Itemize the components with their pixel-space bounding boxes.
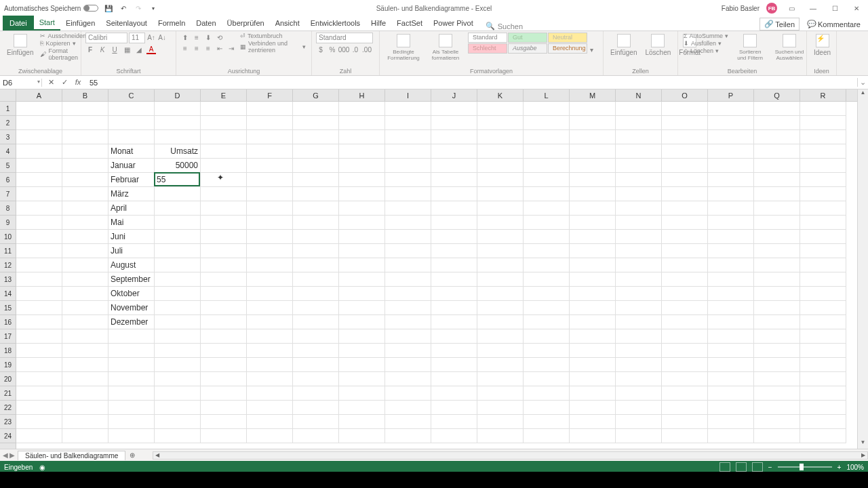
cell[interactable] (477, 415, 524, 429)
cell[interactable] (293, 216, 339, 230)
conditional-format-button[interactable]: Bedingte Formatierung (384, 33, 423, 62)
zoom-out-button[interactable]: − (768, 464, 772, 471)
copy-button[interactable]: ⎘ Kopieren ▾ (39, 40, 87, 47)
cell[interactable] (293, 116, 339, 130)
cell[interactable] (62, 130, 108, 144)
cell[interactable] (293, 358, 339, 372)
cell[interactable] (339, 287, 385, 301)
cell[interactable] (62, 401, 108, 415)
cell[interactable] (16, 315, 62, 329)
cell[interactable] (247, 102, 293, 116)
cell[interactable] (62, 315, 108, 329)
normal-view-button[interactable] (719, 462, 730, 472)
cell[interactable] (616, 386, 662, 401)
decimal-inc-icon[interactable]: .0 (351, 45, 360, 54)
cell[interactable] (431, 230, 477, 244)
cell[interactable]: März (108, 187, 155, 201)
align-center-icon[interactable]: ≡ (192, 43, 201, 53)
cell[interactable] (570, 201, 616, 216)
cell[interactable] (800, 230, 846, 244)
column-header[interactable]: O (662, 89, 708, 101)
cell[interactable] (293, 230, 339, 244)
tab-formeln[interactable]: Formeln (153, 16, 191, 30)
cell[interactable] (431, 415, 477, 429)
cell[interactable] (662, 244, 708, 258)
cell[interactable] (62, 301, 108, 315)
style-berechnung[interactable]: Berechnung (548, 43, 587, 54)
horizontal-scrollbar[interactable]: ◀ ▶ (153, 451, 868, 460)
cell[interactable] (108, 329, 155, 344)
cell[interactable] (708, 401, 754, 415)
row-header[interactable]: 14 (0, 287, 16, 301)
row-header[interactable]: 11 (0, 244, 16, 258)
cell[interactable] (16, 116, 62, 130)
cell[interactable] (201, 144, 247, 159)
cell[interactable] (524, 301, 570, 315)
cell[interactable]: Oktober (108, 287, 155, 301)
cell[interactable] (708, 116, 754, 130)
cell[interactable] (800, 386, 846, 401)
row-header[interactable]: 4 (0, 144, 16, 159)
cell[interactable] (385, 287, 431, 301)
cell[interactable] (800, 272, 846, 287)
cell[interactable] (570, 244, 616, 258)
cell[interactable] (800, 344, 846, 358)
cell[interactable] (708, 258, 754, 272)
cell[interactable]: Juli (108, 244, 155, 258)
cell[interactable] (62, 386, 108, 401)
column-header[interactable]: I (385, 89, 431, 101)
cell[interactable] (247, 287, 293, 301)
cell[interactable] (62, 244, 108, 258)
cell[interactable] (385, 144, 431, 159)
cell[interactable] (800, 244, 846, 258)
decrease-font-icon[interactable]: A↓ (157, 33, 167, 42)
font-size-selector[interactable]: 11 (129, 33, 145, 43)
cell[interactable] (570, 287, 616, 301)
column-header[interactable]: K (477, 89, 524, 101)
column-header[interactable]: J (431, 89, 477, 101)
cell[interactable] (16, 144, 62, 159)
qat-dropdown-icon[interactable]: ▾ (149, 3, 158, 13)
cell[interactable] (708, 173, 754, 187)
cell[interactable] (339, 116, 385, 130)
cell[interactable] (616, 315, 662, 329)
delete-cells-button[interactable]: Löschen (642, 33, 673, 58)
cell[interactable] (293, 329, 339, 344)
cell[interactable] (662, 116, 708, 130)
format-table-button[interactable]: Als Tabelle formatieren (426, 33, 465, 62)
cell[interactable] (62, 216, 108, 230)
cell[interactable] (616, 429, 662, 443)
cell[interactable] (16, 415, 62, 429)
cell[interactable] (431, 315, 477, 329)
cell[interactable] (616, 159, 662, 173)
cell[interactable] (155, 301, 201, 315)
cell[interactable] (708, 329, 754, 344)
cell[interactable] (524, 244, 570, 258)
percent-icon[interactable]: % (328, 45, 337, 54)
cell[interactable] (477, 287, 524, 301)
cell[interactable] (477, 159, 524, 173)
cell[interactable] (524, 130, 570, 144)
scroll-left-icon[interactable]: ◀ (153, 452, 161, 459)
cell[interactable] (339, 315, 385, 329)
align-top-icon[interactable]: ⬆ (180, 33, 190, 42)
cell[interactable] (616, 230, 662, 244)
cell[interactable] (477, 386, 524, 401)
cell[interactable] (201, 301, 247, 315)
cell[interactable] (477, 329, 524, 344)
row-header[interactable]: 19 (0, 358, 16, 372)
cell[interactable] (616, 344, 662, 358)
cell[interactable] (339, 244, 385, 258)
cell[interactable] (524, 415, 570, 429)
cell[interactable] (339, 401, 385, 415)
row-header[interactable]: 10 (0, 230, 16, 244)
cell[interactable] (431, 244, 477, 258)
cell[interactable] (754, 329, 800, 344)
cell[interactable] (293, 301, 339, 315)
cell[interactable] (339, 130, 385, 144)
cell[interactable] (800, 102, 846, 116)
cell[interactable] (800, 216, 846, 230)
clear-button[interactable]: ◇ Löschen ▾ (682, 47, 730, 54)
cell[interactable] (616, 401, 662, 415)
cell[interactable] (339, 159, 385, 173)
